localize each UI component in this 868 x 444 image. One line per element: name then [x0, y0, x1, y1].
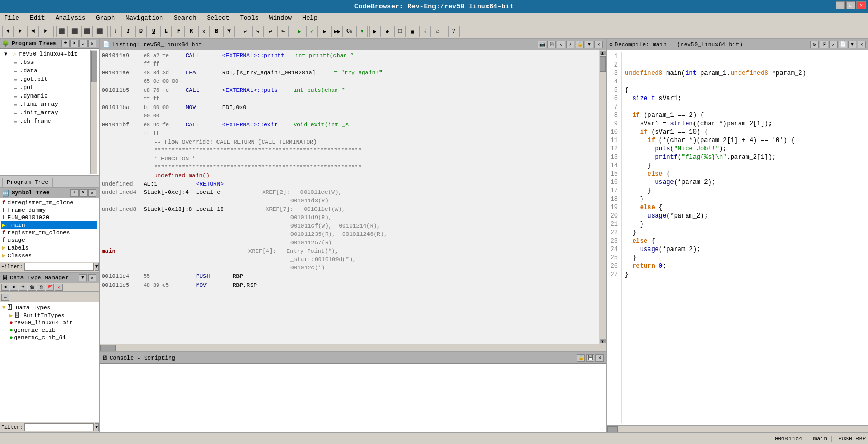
sym-usage[interactable]: f usage: [1, 236, 97, 244]
toolbar-run3-button[interactable]: ▶▶: [331, 26, 343, 37]
toolbar-btn-bdrop[interactable]: ▼: [223, 26, 235, 37]
toolbar-btn-u[interactable]: U: [148, 26, 159, 37]
toolbar-btn-4[interactable]: ⬛: [94, 26, 105, 37]
sym-deregister[interactable]: f deregister_tm_clone: [1, 199, 97, 207]
toolbar-btn-down-arrow[interactable]: ↓: [110, 26, 122, 37]
listing-hscrollbar[interactable]: [100, 344, 606, 351]
toolbar-run-button[interactable]: ▶: [294, 26, 305, 37]
menu-file[interactable]: File: [2, 14, 21, 23]
decompile-copy-btn[interactable]: ⎘: [820, 41, 828, 48]
toolbar-btn-l[interactable]: L: [160, 26, 172, 37]
listing-content[interactable]: 001011a9 e8 a2 fe CALL <EXTERNAL>::print…: [100, 50, 599, 344]
vscroll-thumb[interactable]: [600, 56, 606, 72]
operand-9[interactable]: <EXTERNAL>::exit: [222, 121, 278, 129]
menu-tools[interactable]: Tools: [238, 14, 261, 23]
tree-root[interactable]: ▼ ▷ rev50_linux64-bit: [1, 50, 90, 58]
menu-select[interactable]: Select: [204, 14, 231, 23]
dtm-add-btn[interactable]: +: [19, 284, 27, 291]
listing-menu-btn[interactable]: ▼: [585, 41, 593, 48]
listing-cursor-btn[interactable]: ↖: [557, 41, 565, 48]
program-tree-tab[interactable]: Program Tree: [2, 178, 53, 187]
toolbar-help-button[interactable]: ?: [448, 26, 460, 37]
operand-1[interactable]: <EXTERNAL>::printf: [222, 51, 285, 60]
return-label[interactable]: <RETURN>: [196, 180, 224, 188]
dtm-dup-btn[interactable]: ⎘: [37, 284, 45, 291]
sym-classes[interactable]: ▶ Classes: [1, 252, 97, 259]
nav-fwd-button[interactable]: ►: [15, 26, 26, 37]
close-button[interactable]: ✕: [856, 1, 866, 9]
tree-item-bss[interactable]: ▬ .bss: [1, 58, 90, 67]
listing-lock-btn[interactable]: 🔒: [576, 41, 584, 48]
menu-analysis[interactable]: Analysis: [53, 14, 88, 23]
nav-back-button[interactable]: ◄: [2, 26, 14, 37]
listing-copy-btn[interactable]: ⎘: [547, 41, 556, 48]
listing-vscrollbar[interactable]: ▲ ▼: [599, 50, 606, 344]
menu-search[interactable]: Search: [171, 14, 198, 23]
toolbar-btn-cross[interactable]: ✕: [198, 26, 210, 37]
nav-fwd-alt-button[interactable]: ►: [40, 26, 51, 37]
toolbar-btn-r[interactable]: R: [186, 26, 197, 37]
toolbar-arr-button[interactable]: ↕: [419, 26, 431, 37]
st-close-btn[interactable]: ✕: [88, 189, 96, 197]
toolbar-home-button[interactable]: ⌂: [432, 26, 443, 37]
dtm-data-types[interactable]: ▼ 🗄 Data Types: [1, 304, 97, 311]
menu-graph[interactable]: Graph: [94, 14, 117, 23]
tree-item-dynamic[interactable]: ▬ .dynamic: [1, 92, 90, 100]
pt-scrollbar[interactable]: [90, 50, 97, 174]
dtm-generic-clib[interactable]: ● generic_clib: [1, 327, 97, 334]
st-delete-btn[interactable]: ×: [79, 189, 88, 197]
dtm-filter-input[interactable]: [24, 423, 94, 431]
tree-item-eh-frame[interactable]: ▬ .eh_frame: [1, 117, 90, 125]
toolbar-btn-i[interactable]: I: [123, 26, 134, 37]
decompile-menu-btn[interactable]: ▼: [848, 41, 856, 48]
toolbar-redo2-button[interactable]: ↪: [277, 26, 289, 37]
dtm-generic-clib64[interactable]: ● generic_clib_64: [1, 334, 97, 341]
dtm-flag-btn[interactable]: 🚩: [46, 284, 54, 291]
symbol-filter-input[interactable]: [24, 263, 94, 271]
decompile-lock-btn[interactable]: ↗: [829, 41, 838, 48]
dtm-filter-btn[interactable]: ▼: [95, 423, 99, 431]
pt-close-btn[interactable]: ✕: [88, 40, 96, 47]
toolbar-run2-button[interactable]: ▶: [319, 26, 330, 37]
toolbar-script-button[interactable]: C#: [344, 26, 355, 37]
toolbar-btn-3[interactable]: ⬛: [81, 26, 93, 37]
decompile-hscrollbar[interactable]: [607, 425, 868, 432]
maximize-button[interactable]: □: [846, 1, 855, 9]
toolbar-undo2-button[interactable]: ↩: [265, 26, 276, 37]
pt-scroll-thumb[interactable]: [91, 51, 97, 82]
tree-item-init-array[interactable]: ▬ .init_array: [1, 109, 90, 117]
toolbar-btn-2[interactable]: ⬛: [69, 26, 80, 37]
toolbar-box-button[interactable]: □: [394, 26, 406, 37]
decompile-hscroll-thumb[interactable]: [607, 426, 618, 432]
dtm-del-btn[interactable]: 🗑: [28, 284, 36, 291]
st-add-btn[interactable]: +: [70, 189, 79, 197]
hscroll-thumb[interactable]: [100, 345, 116, 351]
decompile-export-btn[interactable]: 📄: [839, 41, 847, 48]
toolbar-run4-button[interactable]: ▶: [369, 26, 381, 37]
toolbar-btn-b[interactable]: B: [211, 26, 222, 37]
tree-item-data[interactable]: ▬ .data: [1, 67, 90, 75]
listing-close-btn[interactable]: ✕: [594, 41, 603, 48]
minimize-button[interactable]: ─: [836, 1, 845, 9]
toolbar-btn-d[interactable]: D: [135, 26, 147, 37]
listing-cam-btn[interactable]: 📷: [538, 41, 546, 48]
pt-restore-btn[interactable]: ↙: [79, 40, 88, 47]
decompile-close-btn[interactable]: ✕: [858, 41, 866, 48]
menu-help[interactable]: Help: [300, 14, 320, 23]
tree-item-fini-array[interactable]: ▬ .fini_array: [1, 100, 90, 109]
toolbar-btn-1[interactable]: ⬛: [56, 26, 68, 37]
menu-navigation[interactable]: Navigation: [123, 14, 165, 23]
dtm-menu-btn[interactable]: ▼: [79, 274, 87, 281]
toolbar-screen-button[interactable]: ▣: [407, 26, 418, 37]
toolbar-debug-button[interactable]: ●: [356, 26, 368, 37]
vscroll-down[interactable]: ▼: [600, 339, 606, 343]
toolbar-redo-button[interactable]: ↪: [252, 26, 264, 37]
decompile-content[interactable]: 123456 789101112 131415161718 1920212223…: [607, 50, 868, 425]
operand-5[interactable]: <EXTERNAL>::puts: [222, 86, 278, 94]
sym-labels[interactable]: ▶ Labels: [1, 244, 97, 252]
pt-add-btn[interactable]: +: [61, 40, 70, 47]
toolbar-diamond-button[interactable]: ◆: [382, 26, 393, 37]
sym-register[interactable]: f register_tm_clones: [1, 229, 97, 236]
toolbar-undo-button[interactable]: ↩: [240, 26, 251, 37]
console-close-btn[interactable]: ✕: [595, 354, 604, 362]
